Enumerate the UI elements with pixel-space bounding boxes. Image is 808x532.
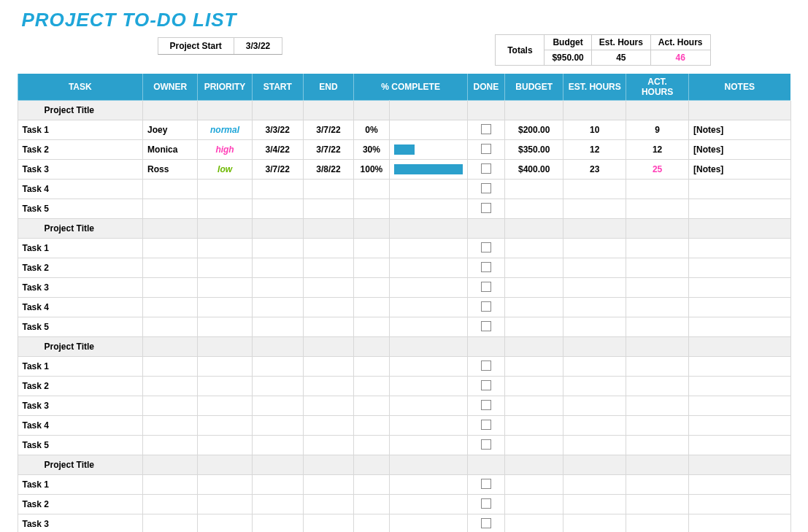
cell[interactable] xyxy=(354,337,389,357)
done-cell[interactable] xyxy=(467,258,504,278)
notes[interactable] xyxy=(688,396,790,416)
start-date[interactable] xyxy=(252,495,303,514)
cell[interactable] xyxy=(563,101,626,120)
end-date[interactable] xyxy=(303,239,354,258)
budget[interactable] xyxy=(504,180,563,199)
cell[interactable] xyxy=(389,219,467,239)
end-date[interactable] xyxy=(303,317,354,337)
start-date[interactable] xyxy=(252,396,303,416)
priority[interactable]: high xyxy=(198,140,253,160)
task-name[interactable]: Task 1 xyxy=(18,120,143,140)
cell[interactable] xyxy=(504,337,563,357)
owner[interactable] xyxy=(143,357,198,377)
start-date[interactable] xyxy=(252,436,303,455)
owner[interactable] xyxy=(143,239,198,258)
budget[interactable] xyxy=(504,514,563,533)
end-date[interactable] xyxy=(303,495,354,514)
done-cell[interactable] xyxy=(467,396,504,416)
cell[interactable] xyxy=(467,101,504,120)
act-hours[interactable] xyxy=(626,278,689,298)
budget[interactable] xyxy=(504,278,563,298)
notes[interactable]: [Notes] xyxy=(688,140,790,160)
pct-bar-cell[interactable] xyxy=(389,416,467,436)
project-start-value[interactable]: 3/3/22 xyxy=(234,38,282,54)
start-date[interactable]: 3/7/22 xyxy=(252,160,303,180)
done-checkbox[interactable] xyxy=(481,380,491,390)
done-cell[interactable] xyxy=(467,298,504,317)
act-hours[interactable]: 12 xyxy=(626,140,689,160)
budget[interactable]: $400.00 xyxy=(504,160,563,180)
budget[interactable] xyxy=(504,317,563,337)
notes[interactable]: [Notes] xyxy=(688,120,790,140)
notes[interactable] xyxy=(688,495,790,514)
priority[interactable] xyxy=(198,180,253,199)
done-cell[interactable] xyxy=(467,317,504,337)
priority[interactable] xyxy=(198,436,253,455)
pct-complete[interactable] xyxy=(354,317,389,337)
cell[interactable] xyxy=(389,101,467,120)
cell[interactable] xyxy=(389,337,467,357)
est-hours[interactable]: 12 xyxy=(563,140,626,160)
act-hours[interactable] xyxy=(626,377,689,396)
act-hours[interactable] xyxy=(626,436,689,455)
cell[interactable] xyxy=(198,219,253,239)
budget[interactable]: $200.00 xyxy=(504,120,563,140)
pct-complete[interactable] xyxy=(354,377,389,396)
est-hours[interactable] xyxy=(563,416,626,436)
cell[interactable] xyxy=(563,455,626,475)
done-checkbox[interactable] xyxy=(481,301,491,312)
done-checkbox[interactable] xyxy=(481,420,491,430)
task-name[interactable]: Task 5 xyxy=(18,317,143,337)
pct-complete[interactable] xyxy=(354,475,389,495)
cell[interactable] xyxy=(303,455,354,475)
owner[interactable] xyxy=(143,258,198,278)
budget[interactable] xyxy=(504,475,563,495)
done-checkbox[interactable] xyxy=(481,479,491,489)
owner[interactable]: Joey xyxy=(143,120,198,140)
start-date[interactable] xyxy=(252,416,303,436)
act-hours[interactable] xyxy=(626,416,689,436)
cell[interactable] xyxy=(143,337,198,357)
done-checkbox[interactable] xyxy=(481,203,491,213)
est-hours[interactable] xyxy=(563,475,626,495)
owner[interactable] xyxy=(143,298,198,317)
end-date[interactable]: 3/7/22 xyxy=(303,120,354,140)
pct-bar-cell[interactable] xyxy=(389,120,467,140)
pct-bar-cell[interactable] xyxy=(389,514,467,533)
notes[interactable] xyxy=(688,416,790,436)
end-date[interactable] xyxy=(303,199,354,219)
start-date[interactable]: 3/4/22 xyxy=(252,140,303,160)
done-cell[interactable] xyxy=(467,377,504,396)
cell[interactable] xyxy=(626,219,689,239)
notes[interactable] xyxy=(688,180,790,199)
budget[interactable] xyxy=(504,298,563,317)
owner[interactable]: Ross xyxy=(143,160,198,180)
owner[interactable] xyxy=(143,436,198,455)
end-date[interactable] xyxy=(303,377,354,396)
owner[interactable] xyxy=(143,495,198,514)
task-name[interactable]: Task 4 xyxy=(18,180,143,199)
cell[interactable] xyxy=(467,455,504,475)
owner[interactable] xyxy=(143,180,198,199)
cell[interactable] xyxy=(143,455,198,475)
owner[interactable] xyxy=(143,475,198,495)
owner[interactable] xyxy=(143,278,198,298)
task-name[interactable]: Task 2 xyxy=(18,140,143,160)
done-cell[interactable] xyxy=(467,495,504,514)
done-checkbox[interactable] xyxy=(481,498,491,509)
notes[interactable] xyxy=(688,317,790,337)
cell[interactable] xyxy=(389,455,467,475)
start-date[interactable] xyxy=(252,239,303,258)
priority[interactable] xyxy=(198,416,253,436)
act-hours[interactable] xyxy=(626,317,689,337)
project-title-text[interactable]: Project Title xyxy=(18,101,143,120)
done-cell[interactable] xyxy=(467,160,504,180)
notes[interactable]: [Notes] xyxy=(688,160,790,180)
done-checkbox[interactable] xyxy=(481,124,491,134)
done-checkbox[interactable] xyxy=(481,518,491,528)
done-checkbox[interactable] xyxy=(481,144,491,154)
done-checkbox[interactable] xyxy=(481,321,491,331)
notes[interactable] xyxy=(688,436,790,455)
priority[interactable] xyxy=(198,317,253,337)
cell[interactable] xyxy=(626,337,689,357)
